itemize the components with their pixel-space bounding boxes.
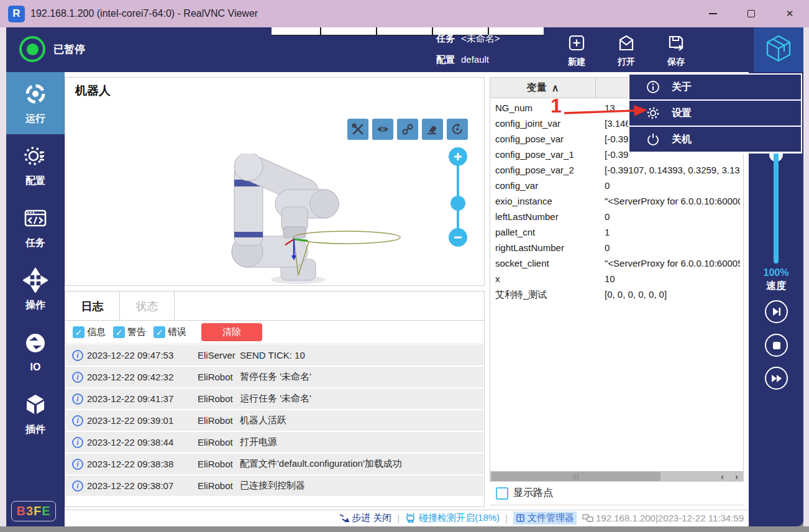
menu-item-about[interactable]: 关于: [629, 75, 801, 99]
open-task-button[interactable]: 打开: [603, 31, 650, 70]
minimize-button[interactable]: [693, 0, 732, 27]
info-icon: i: [72, 437, 83, 448]
variable-row[interactable]: 艾利特_测试[0, 0, 0, 0, 0, 0]: [490, 287, 743, 303]
robot-3d-view[interactable]: [196, 154, 432, 287]
minimize-icon: [709, 13, 717, 14]
sidebar-item-task[interactable]: 任务: [6, 196, 65, 259]
collision-icon: [405, 513, 416, 523]
top-toolbar: 已暂停 任务 <未命名> 配置 default 新建 打开 保存: [6, 27, 803, 72]
log-row[interactable]: i 2023-12-22 09:38:38 EliRobot 配置文件'defa…: [66, 454, 483, 474]
close-icon: ✕: [786, 8, 794, 19]
variable-row[interactable]: socket_client"<ServerProxy for 6.0.0.10:…: [490, 256, 743, 272]
view-toolbar: [347, 119, 468, 140]
menu-item-settings[interactable]: 设置: [629, 101, 801, 126]
log-list: i 2023-12-22 09:47:53 EliServer SEND TIC…: [66, 345, 483, 497]
fast-forward-icon: [771, 374, 782, 383]
network-icon: [582, 513, 593, 523]
sidebar-item-configure[interactable]: 配置: [6, 134, 65, 196]
log-filters: ✓ 信息 ✓ 警告 ✓ 错误 清除: [65, 321, 484, 344]
variable-row[interactable]: config_pose_var_2[-0.39107, 0.14393, 0.3…: [490, 163, 743, 178]
step-mode-toggle[interactable]: 步进 关闭: [339, 512, 391, 524]
variable-row[interactable]: pallet_cnt1: [490, 225, 743, 241]
filter-info-checkbox[interactable]: ✓ 信息: [73, 326, 106, 338]
sidebar-item-run[interactable]: 运行: [6, 72, 65, 134]
configure-icon: [23, 144, 48, 171]
speed-slider-track[interactable]: [774, 153, 779, 264]
file-manager-button[interactable]: 文件管理器: [513, 511, 577, 525]
jog-icon: [23, 268, 48, 295]
window-title: 192.168.1.200 (intel-corei7-64:0) - Real…: [30, 8, 258, 19]
shutdown-icon: [646, 132, 660, 146]
log-row[interactable]: i 2023-12-22 09:42:32 EliRobot 暂停任务 '未命名…: [66, 367, 483, 387]
left-nav-sidebar: 运行 配置 任务 操作 IO 插件 B3FE: [6, 72, 65, 526]
robot-status-icon: [19, 36, 45, 62]
task-value: <未命名>: [461, 33, 500, 45]
connection-status: 192.168.1.200|2023-12-22 11:34:59: [582, 513, 744, 523]
variables-sort-header[interactable]: 变量 ∧: [490, 78, 596, 98]
stop-button[interactable]: [765, 334, 788, 357]
show-waypoints-checkbox[interactable]: [496, 487, 508, 500]
log-row[interactable]: i 2023-12-22 09:38:44 EliRobot 打开电源: [66, 432, 483, 452]
window-frame-right: [803, 27, 809, 526]
step-run-button[interactable]: [765, 300, 788, 323]
checkbox-checked-icon: ✓: [113, 326, 125, 338]
info-icon: i: [72, 393, 83, 405]
filter-warning-checkbox[interactable]: ✓ 警告: [113, 326, 146, 338]
clear-log-button[interactable]: 清除: [201, 323, 262, 341]
window-controls: ✕: [693, 0, 809, 27]
robot-3d-panel: 机器人: [65, 77, 485, 286]
zoom-out-button[interactable]: [449, 228, 467, 247]
maximize-button[interactable]: [732, 0, 770, 27]
io-icon: [23, 331, 48, 358]
zoom-in-button[interactable]: [449, 147, 467, 166]
about-icon: [646, 80, 660, 94]
sidebar-item-jog[interactable]: 操作: [6, 259, 65, 321]
log-row[interactable]: i 2023-12-22 09:47:53 EliServer SEND TIC…: [66, 345, 483, 365]
skip-icon: [771, 306, 782, 317]
reset-view-button[interactable]: [447, 119, 468, 140]
sidebar-item-plugin[interactable]: 插件: [6, 383, 65, 445]
caret-up-icon: ∧: [552, 82, 559, 94]
menu-item-shutdown[interactable]: 关机: [629, 127, 801, 152]
save-task-button[interactable]: 保存: [652, 31, 700, 70]
version-badge: B3FE: [11, 501, 56, 521]
run-icon: [23, 81, 48, 109]
info-icon: i: [72, 372, 83, 383]
tab-log[interactable]: 日志: [65, 291, 120, 321]
tools-button[interactable]: [347, 119, 368, 140]
variable-row[interactable]: x10: [490, 272, 743, 287]
titlebar: R 192.168.1.200 (intel-corei7-64:0) - Re…: [0, 0, 809, 27]
tab-status[interactable]: 状态: [120, 291, 175, 321]
step-icon: [339, 513, 349, 523]
open-file-icon: [617, 34, 636, 55]
close-button[interactable]: ✕: [770, 0, 809, 27]
eraser-button[interactable]: [422, 119, 443, 140]
visibility-button[interactable]: [372, 119, 393, 140]
log-row[interactable]: i 2023-12-22 09:38:07 EliRobot 已连接到控制器: [66, 475, 483, 496]
variable-row[interactable]: leftLastNumber0: [490, 209, 743, 225]
scroll-left-button[interactable]: ‹: [716, 471, 729, 482]
config-row: 配置 default: [436, 54, 489, 66]
app-menu-button[interactable]: [754, 27, 803, 72]
variable-row[interactable]: rightLastNumber0: [490, 241, 743, 256]
fast-forward-button[interactable]: [765, 367, 788, 390]
maximize-icon: [747, 10, 755, 17]
zoom-control: [446, 147, 470, 247]
file-manager-icon: [516, 513, 525, 523]
collision-detection-toggle[interactable]: 碰撞检测开启(18%): [405, 512, 500, 524]
filter-error-checkbox[interactable]: ✓ 错误: [153, 326, 186, 338]
new-task-button[interactable]: 新建: [553, 31, 600, 70]
zoom-slider-thumb[interactable]: [450, 196, 465, 211]
scroll-right-button[interactable]: ›: [730, 471, 743, 482]
horizontal-scrollbar[interactable]: ||| ‹ ›: [490, 471, 743, 482]
sidebar-item-io[interactable]: IO: [6, 321, 65, 383]
variable-row[interactable]: config_var0: [490, 178, 743, 194]
variable-row[interactable]: exio_instance"<ServerProxy for 6.0.0.10:…: [490, 194, 743, 209]
checkbox-checked-icon: ✓: [153, 326, 165, 338]
robot-status-label: 已暂停: [53, 42, 85, 57]
log-row[interactable]: i 2023-12-22 09:39:01 EliRobot 机器人活跃: [66, 410, 483, 431]
path-button[interactable]: [397, 119, 418, 140]
scrollbar-thumb[interactable]: |||: [491, 472, 660, 481]
log-row[interactable]: i 2023-12-22 09:41:37 EliRobot 运行任务 '未命名…: [66, 388, 483, 409]
task-label: 任务: [436, 33, 455, 45]
